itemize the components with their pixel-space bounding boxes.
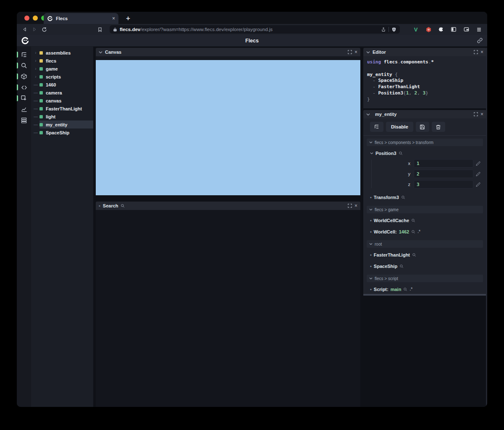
- fullscreen-icon[interactable]: [348, 50, 352, 54]
- tree-item-my-entity[interactable]: —my_entity: [31, 121, 93, 128]
- tree-item-scripts[interactable]: ›scripts: [31, 73, 93, 81]
- tree-item-1460[interactable]: —1460: [31, 81, 93, 89]
- extensions-row: V: [412, 25, 483, 34]
- script-value: main: [391, 287, 402, 292]
- query-magnifier-icon[interactable]: [411, 218, 415, 223]
- entity-square-icon: [39, 83, 43, 87]
- tree-item-flecs[interactable]: ›flecs: [31, 57, 93, 65]
- inspector-panel-header: my_entity ×: [363, 110, 486, 118]
- browser-tab[interactable]: Flecs ×: [44, 13, 118, 24]
- chevron-down-icon[interactable]: [99, 51, 102, 54]
- render-canvas[interactable]: [96, 60, 360, 195]
- back-button[interactable]: [21, 25, 28, 34]
- chevron-down-icon[interactable]: [366, 113, 370, 116]
- entity-square-icon: [39, 131, 43, 134]
- edit-pencil-icon[interactable]: [476, 161, 480, 166]
- tree-view-icon[interactable]: [17, 49, 31, 60]
- tree-item-assemblies[interactable]: ›assemblies: [31, 49, 93, 57]
- sidebar-toggle-icon[interactable]: [449, 25, 458, 34]
- chevron-down-icon[interactable]: [366, 51, 370, 54]
- query-magnifier-icon[interactable]: [412, 253, 416, 257]
- close-icon[interactable]: ×: [354, 203, 357, 208]
- query-magnifier-icon[interactable]: [411, 230, 415, 234]
- section-header-root[interactable]: root: [367, 240, 483, 248]
- extensions-puzzle-icon[interactable]: [437, 25, 445, 34]
- tab-close-icon[interactable]: ×: [112, 16, 115, 21]
- close-icon[interactable]: ×: [354, 50, 357, 55]
- section-header-transform[interactable]: flecs > components > transform: [367, 139, 483, 146]
- entity-square-icon: [39, 67, 43, 71]
- component-worldcell[interactable]: • WorldCell: 1462 .*: [363, 228, 486, 235]
- magnifier-icon: [121, 204, 125, 208]
- fullscreen-icon[interactable]: [348, 204, 352, 208]
- show-in-tree-button[interactable]: [370, 122, 383, 132]
- extension-badge-icon[interactable]: [424, 25, 433, 34]
- component-position3[interactable]: Position3: [363, 150, 486, 156]
- new-tab-button[interactable]: +: [123, 13, 134, 24]
- canvas-panel-title: Canvas: [105, 50, 345, 55]
- worldcell-value: 1462: [399, 229, 409, 234]
- share-link-icon[interactable]: [477, 37, 483, 44]
- search-icon[interactable]: [17, 60, 31, 71]
- browser-menu-icon[interactable]: [475, 25, 483, 34]
- fullscreen-icon[interactable]: [474, 112, 478, 116]
- inspector-icon[interactable]: [17, 93, 31, 104]
- forward-button[interactable]: [31, 25, 38, 34]
- section-header-game[interactable]: flecs > game: [367, 206, 483, 213]
- tree-item-light[interactable]: —light: [31, 113, 93, 121]
- code-editor[interactable]: using flecs.components.* my_entity { - S…: [363, 56, 486, 108]
- stats-icon[interactable]: [17, 104, 31, 115]
- tab-title: Flecs: [56, 16, 109, 21]
- edit-pencil-icon[interactable]: [476, 182, 480, 187]
- entities-cube-icon[interactable]: [17, 71, 31, 82]
- field-x-input[interactable]: [414, 159, 473, 168]
- tree-item-spaceship[interactable]: —SpaceShip: [31, 128, 93, 136]
- tree-item-camera[interactable]: —camera: [31, 89, 93, 97]
- component-spaceship[interactable]: • SpaceShip: [363, 263, 486, 269]
- fullscreen-icon[interactable]: [474, 50, 478, 54]
- canvas-panel-body: [96, 56, 360, 195]
- bookmark-icon[interactable]: [97, 25, 104, 34]
- tree-item-game[interactable]: ›game: [31, 65, 93, 73]
- desktop: Flecs × + flecs.dev/explorer/?wasm=https…: [0, 0, 504, 430]
- entity-inspector-panel: my_entity × Disable: [363, 110, 486, 296]
- brave-shield-icon[interactable]: [391, 27, 396, 32]
- component-fasterthanlight[interactable]: • FasterThanLight: [363, 252, 486, 258]
- reload-button[interactable]: [41, 25, 48, 34]
- field-z-input[interactable]: [414, 180, 473, 189]
- close-icon[interactable]: ×: [480, 112, 483, 117]
- minimize-window-button[interactable]: [33, 16, 38, 21]
- panel-resize-handle[interactable]: [363, 294, 486, 296]
- entity-square-icon: [39, 123, 43, 126]
- disable-button[interactable]: Disable: [386, 122, 413, 132]
- component-script[interactable]: • Script: main .*: [363, 286, 486, 292]
- close-icon[interactable]: ×: [480, 50, 483, 55]
- component-worldcellcache[interactable]: • WorldCellCache: [363, 217, 486, 223]
- code-icon[interactable]: [17, 82, 31, 93]
- field-y-input[interactable]: [414, 170, 473, 178]
- query-magnifier-icon[interactable]: [399, 151, 403, 155]
- vue-devtools-icon[interactable]: V: [412, 25, 420, 34]
- share-icon[interactable]: [381, 27, 386, 32]
- tables-icon[interactable]: [17, 115, 31, 126]
- right-scrollbar-track[interactable]: [486, 48, 487, 406]
- collapsed-bullet-icon[interactable]: •: [99, 203, 100, 208]
- wallet-icon[interactable]: [462, 25, 470, 34]
- inspector-panel-body: Disable flecs > components > transform: [363, 118, 486, 294]
- inspector-toolbar: Disable: [363, 118, 486, 135]
- save-icon-button[interactable]: [416, 122, 429, 132]
- tree-item-fasterthanlight[interactable]: —FasterThanLight: [31, 105, 93, 113]
- delete-icon-button[interactable]: [432, 122, 445, 132]
- url-bar[interactable]: flecs.dev/explorer/?wasm=https://www.fle…: [110, 25, 400, 34]
- traffic-lights: [24, 16, 46, 21]
- url-text: flecs.dev/explorer/?wasm=https://www.fle…: [120, 27, 378, 32]
- edit-pencil-icon[interactable]: [476, 172, 480, 176]
- section-header-script[interactable]: flecs > script: [367, 275, 483, 282]
- close-window-button[interactable]: [24, 16, 29, 21]
- query-magnifier-icon[interactable]: [399, 264, 404, 268]
- component-transform3[interactable]: • Transform3: [363, 194, 486, 200]
- left-icon-strip: [17, 47, 31, 407]
- query-magnifier-icon[interactable]: [401, 195, 405, 199]
- tree-item-canvas[interactable]: —canvas: [31, 97, 93, 105]
- query-magnifier-icon[interactable]: [403, 287, 407, 291]
